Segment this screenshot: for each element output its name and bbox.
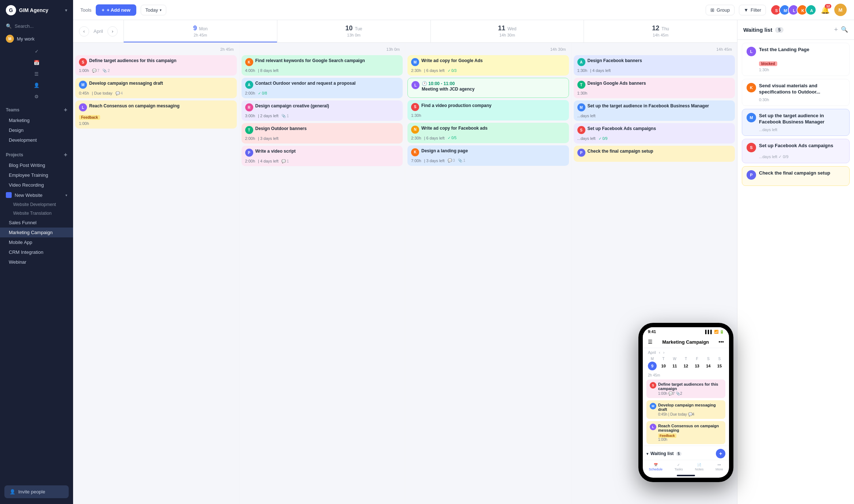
wl-card-send-visual[interactable]: K Send visual materials and specificatio… <box>742 79 850 106</box>
teams-add-btn[interactable]: + <box>64 107 67 113</box>
wl-card-final-setup[interactable]: P Check the final campaign setup <box>742 166 850 186</box>
phone-nav-tasks[interactable]: ✓ Tasks <box>675 463 683 471</box>
app-logo[interactable]: G GIM Agency ▾ <box>0 0 73 20</box>
phone-fab-btn[interactable]: + <box>716 449 725 458</box>
sidebar-item-webinar[interactable]: Webinar <box>0 257 73 267</box>
wl-card-fb-campaigns[interactable]: S Set up Facebook Ads campaigns ...days … <box>742 139 850 163</box>
task-fb-ads-campaigns[interactable]: S Set up Facebook Ads campaigns ...days … <box>574 123 735 144</box>
filter-button[interactable]: ▼ Filter <box>739 5 766 15</box>
col-header-tue[interactable]: 10 Tue 13h 0m <box>277 20 430 42</box>
phone-nav-schedule[interactable]: 📅 Schedule <box>649 463 663 471</box>
invite-people-btn[interactable]: 👤 Invite people <box>4 485 69 498</box>
phone-cal-day-tue[interactable]: T 10 <box>659 357 668 370</box>
wl-card-test-landing[interactable]: L Test the Landing Page blocked 1:30h <box>742 43 850 76</box>
projects-add-btn[interactable]: + <box>64 152 67 158</box>
phone-nav-notes[interactable]: 📄 Notes <box>695 463 704 471</box>
prev-week-btn[interactable]: ‹ <box>79 26 89 37</box>
tool-check[interactable]: ✓ <box>0 46 73 57</box>
task-google-ads-banners[interactable]: T Design Google Ads banners 1:30h <box>574 78 735 98</box>
phone-cal-next[interactable]: › <box>663 350 665 355</box>
col-header-mon[interactable]: 9 Mon 2h 45m <box>124 20 277 42</box>
task-keywords[interactable]: K Find relevant keywords for Google Sear… <box>242 55 403 76</box>
sidebar-item-mobile-app[interactable]: Mobile App <box>0 237 73 247</box>
task-develop-messaging[interactable]: M Develop campaign messaging draft 0:45h… <box>75 78 237 98</box>
task-landing-page[interactable]: K Design a landing page 7:00h | 3 days l… <box>407 145 569 166</box>
task-meeting-jcd[interactable]: L 🕐 10:00 - 11:00 Meeting with JCD agenc… <box>407 78 569 98</box>
invite-label: Invite people <box>18 489 45 495</box>
task-google-ads-copy[interactable]: M Write ad copy for Google Ads 2:30h | 6… <box>407 55 569 76</box>
phone-cal-month: April <box>648 350 656 355</box>
phone-cal-day-thu[interactable]: T 12 <box>682 357 690 370</box>
task-video-script[interactable]: P Write a video script 2:00h | 4 days le… <box>242 146 403 166</box>
calendar-day-headers: 9 Mon 2h 45m 10 Tue 13h 0m <box>124 20 737 42</box>
task-time: 2:00h <box>245 136 255 141</box>
sidebar-item-design[interactable]: Design <box>0 125 73 135</box>
more-icon: ••• <box>718 463 721 467</box>
sidebar-item-sales-funnel[interactable]: Sales Funnel <box>0 218 73 228</box>
teams-section: Teams + Marketing Design Development <box>0 102 73 147</box>
task-name: Design a landing page <box>421 148 468 154</box>
meeting-time: 🕐 10:00 - 11:00 <box>422 81 475 86</box>
tool-gear[interactable]: ⚙ <box>0 91 73 102</box>
wl-card-title: Test the Landing Page <box>759 47 809 53</box>
phone-task-2[interactable]: M Develop campaign messaging draft 0:45h… <box>646 400 725 419</box>
sidebar-item-marketing[interactable]: Marketing <box>0 115 73 125</box>
phone-cal-day-mon[interactable]: M 9 <box>648 357 657 370</box>
tool-list[interactable]: ☰ <box>0 68 73 80</box>
task-video-company[interactable]: S Find a video production company 1:30h <box>407 100 569 121</box>
task-final-campaign[interactable]: P Check the final campaign setup <box>574 146 735 162</box>
phone-task-1[interactable]: S Define target audiences for this campa… <box>646 379 725 398</box>
tool-person[interactable]: 👤 <box>0 80 73 91</box>
col-header-thu[interactable]: 12 Thu 14h 45m <box>584 20 737 42</box>
task-fb-ads-copy[interactable]: N Write ad copy for Facebook ads 2:30h |… <box>407 123 569 143</box>
task-target-audience[interactable]: M Set up the target audience in Facebook… <box>574 100 735 121</box>
phone-task-name: Reach Consensus on campaign messaging <box>658 424 722 432</box>
thu-name: Thu <box>661 26 669 31</box>
sidebar-item-marketing-campaign[interactable]: Marketing Campaign <box>0 228 73 237</box>
phone-time: 9:41 <box>648 329 656 334</box>
col-header-wed[interactable]: 11 Wed 14h 30m <box>430 20 584 42</box>
tools-label: Tools <box>80 7 91 13</box>
wl-card-target-audience[interactable]: M Set up the target audience in Facebook… <box>742 109 850 136</box>
sidebar-item-employee-training[interactable]: Employee Training <box>0 170 73 180</box>
phone-cal-prev[interactable]: ‹ <box>659 350 660 355</box>
app-chevron: ▾ <box>65 8 67 13</box>
sidebar-item-website-dev[interactable]: Website Development <box>0 200 73 209</box>
wl-search-icon[interactable]: 🔍 <box>841 26 848 34</box>
task-design-outdoor[interactable]: T Design Outdoor banners 2:00h | 3 days … <box>242 123 403 144</box>
current-user-avatar[interactable]: M <box>834 4 847 16</box>
phone-cal-day-fri[interactable]: F 13 <box>693 357 702 370</box>
notifications-button[interactable]: 🔔 12 <box>821 5 830 14</box>
phone-cal-day-sun[interactable]: S 15 <box>715 357 724 370</box>
next-week-btn[interactable]: › <box>107 26 118 37</box>
wl-add-icon[interactable]: + <box>834 26 838 34</box>
avatar-5[interactable]: A <box>805 4 816 15</box>
search-bar[interactable]: 🔍 Search... <box>0 20 73 32</box>
sidebar-item-new-website[interactable]: New Website ▾ <box>0 190 73 200</box>
sidebar-item-development[interactable]: Development <box>0 135 73 145</box>
sidebar-item-crm-integration[interactable]: CRM Integration <box>0 247 73 257</box>
task-time: 3:00h <box>245 114 255 118</box>
phone-cal-day-sat[interactable]: S 14 <box>704 357 713 370</box>
phone-nav-more[interactable]: ••• More <box>716 463 723 471</box>
group-button[interactable]: ⊞ Group <box>706 5 735 15</box>
task-design-creative[interactable]: R Design campaign creative (general) 3:0… <box>242 100 403 121</box>
sidebar-item-website-trans[interactable]: Website Translation <box>0 209 73 218</box>
today-button[interactable]: Today ▾ <box>141 5 166 15</box>
task-fb-banners[interactable]: A Design Facebook banners 1:30h | 4 days… <box>574 55 735 76</box>
phone-more-icon[interactable]: ••• <box>718 339 724 345</box>
add-new-button[interactable]: + + Add new <box>96 4 136 16</box>
phone-mockup: 9:41 ▌▌▌ 📶 🔋 ☰ Marketing Campaign ••• Ap… <box>638 323 733 482</box>
phone-cal-day-wed[interactable]: W 11 <box>670 357 679 370</box>
my-work-item[interactable]: M My work <box>0 32 73 46</box>
sidebar-item-blog-post[interactable]: Blog Post Writing <box>0 160 73 170</box>
phone-task-3[interactable]: L Reach Consensus on campaign messaging … <box>646 421 725 444</box>
task-define-target[interactable]: S Define target audiences for this campa… <box>75 55 237 76</box>
task-contact-vendor[interactable]: A Contact Ourdoor vendor and request a p… <box>242 78 403 98</box>
task-reach-consensus[interactable]: L Reach Consensus on campaign messaging … <box>75 100 237 129</box>
tool-calendar[interactable]: 📅 <box>0 57 73 68</box>
wed-hours: 14h 30m <box>434 33 581 37</box>
phone-menu-icon[interactable]: ☰ <box>648 339 653 345</box>
sidebar-item-video-recording[interactable]: Video Recording <box>0 180 73 190</box>
task-time: 1:00h <box>79 121 89 126</box>
